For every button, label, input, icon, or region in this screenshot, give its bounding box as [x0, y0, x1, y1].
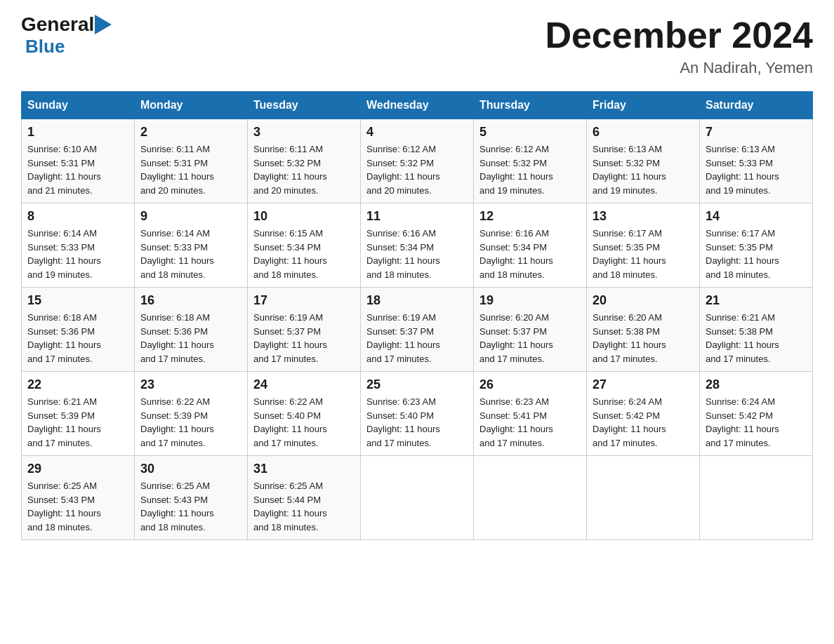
calendar-cell: 7Sunrise: 6:13 AMSunset: 5:33 PMDaylight…: [700, 119, 813, 203]
calendar-week-row: 22Sunrise: 6:21 AMSunset: 5:39 PMDayligh…: [22, 372, 813, 456]
calendar-cell: 3Sunrise: 6:11 AMSunset: 5:32 PMDaylight…: [248, 119, 361, 203]
day-info: Sunrise: 6:20 AMSunset: 5:37 PMDaylight:…: [479, 312, 553, 364]
calendar-body: 1Sunrise: 6:10 AMSunset: 5:31 PMDaylight…: [22, 119, 813, 540]
day-info: Sunrise: 6:19 AMSunset: 5:37 PMDaylight:…: [366, 312, 440, 364]
day-info: Sunrise: 6:25 AMSunset: 5:43 PMDaylight:…: [140, 481, 214, 532]
day-number: 27: [593, 377, 694, 392]
calendar-cell: 6Sunrise: 6:13 AMSunset: 5:32 PMDaylight…: [587, 119, 700, 203]
calendar-cell: 23Sunrise: 6:22 AMSunset: 5:39 PMDayligh…: [135, 372, 248, 456]
calendar-cell: 12Sunrise: 6:16 AMSunset: 5:34 PMDayligh…: [474, 203, 587, 288]
day-info: Sunrise: 6:24 AMSunset: 5:42 PMDaylight:…: [706, 396, 779, 448]
day-info: Sunrise: 6:11 AMSunset: 5:31 PMDaylight:…: [140, 144, 214, 196]
day-number: 18: [366, 293, 468, 308]
day-info: Sunrise: 6:23 AMSunset: 5:41 PMDaylight:…: [479, 396, 553, 448]
logo-general-text: General: [21, 14, 94, 36]
calendar-cell: 14Sunrise: 6:17 AMSunset: 5:35 PMDayligh…: [700, 203, 813, 288]
day-number: 13: [593, 209, 694, 224]
day-number: 4: [366, 125, 468, 140]
calendar-table: Sunday Monday Tuesday Wednesday Thursday…: [21, 91, 813, 540]
calendar-cell: 13Sunrise: 6:17 AMSunset: 5:35 PMDayligh…: [587, 203, 700, 288]
day-number: 11: [366, 209, 468, 224]
header-thursday: Thursday: [474, 92, 587, 119]
day-number: 1: [27, 125, 128, 140]
calendar-cell: 25Sunrise: 6:23 AMSunset: 5:40 PMDayligh…: [361, 372, 474, 456]
calendar-cell: 15Sunrise: 6:18 AMSunset: 5:36 PMDayligh…: [22, 288, 135, 372]
header-friday: Friday: [587, 92, 700, 119]
calendar-cell: 2Sunrise: 6:11 AMSunset: 5:31 PMDaylight…: [135, 119, 248, 203]
day-info: Sunrise: 6:18 AMSunset: 5:36 PMDaylight:…: [27, 312, 101, 364]
calendar-week-row: 15Sunrise: 6:18 AMSunset: 5:36 PMDayligh…: [22, 288, 813, 372]
day-info: Sunrise: 6:17 AMSunset: 5:35 PMDaylight:…: [706, 228, 779, 280]
day-number: 25: [366, 377, 468, 392]
calendar-cell: 21Sunrise: 6:21 AMSunset: 5:38 PMDayligh…: [700, 288, 813, 372]
day-info: Sunrise: 6:10 AMSunset: 5:31 PMDaylight:…: [27, 144, 101, 196]
day-info: Sunrise: 6:25 AMSunset: 5:44 PMDaylight:…: [253, 481, 327, 532]
calendar-cell: 26Sunrise: 6:23 AMSunset: 5:41 PMDayligh…: [474, 372, 587, 456]
calendar-cell: 30Sunrise: 6:25 AMSunset: 5:43 PMDayligh…: [135, 456, 248, 540]
location-text: An Nadirah, Yemen: [545, 59, 813, 77]
day-number: 22: [27, 377, 128, 392]
logo-arrow-icon: [95, 15, 112, 34]
day-number: 26: [479, 377, 581, 392]
day-info: Sunrise: 6:21 AMSunset: 5:38 PMDaylight:…: [706, 312, 779, 364]
calendar-cell: 28Sunrise: 6:24 AMSunset: 5:42 PMDayligh…: [700, 372, 813, 456]
day-number: 28: [706, 377, 807, 392]
calendar-cell: 20Sunrise: 6:20 AMSunset: 5:38 PMDayligh…: [587, 288, 700, 372]
header-tuesday: Tuesday: [248, 92, 361, 119]
day-number: 6: [593, 125, 694, 140]
day-number: 14: [706, 209, 807, 224]
day-number: 21: [706, 293, 807, 308]
calendar-week-row: 8Sunrise: 6:14 AMSunset: 5:33 PMDaylight…: [22, 203, 813, 288]
header-wednesday: Wednesday: [361, 92, 474, 119]
calendar-header: Sunday Monday Tuesday Wednesday Thursday…: [22, 92, 813, 119]
header-row: Sunday Monday Tuesday Wednesday Thursday…: [22, 92, 813, 119]
day-info: Sunrise: 6:16 AMSunset: 5:34 PMDaylight:…: [479, 228, 553, 280]
calendar-cell: 17Sunrise: 6:19 AMSunset: 5:37 PMDayligh…: [248, 288, 361, 372]
calendar-cell: 11Sunrise: 6:16 AMSunset: 5:34 PMDayligh…: [361, 203, 474, 288]
day-number: 23: [140, 377, 241, 392]
header-monday: Monday: [135, 92, 248, 119]
day-number: 29: [27, 462, 128, 476]
day-info: Sunrise: 6:16 AMSunset: 5:34 PMDaylight:…: [366, 228, 440, 280]
logo-blue-text: Blue: [25, 36, 65, 57]
day-number: 7: [706, 125, 807, 140]
calendar-cell: 27Sunrise: 6:24 AMSunset: 5:42 PMDayligh…: [587, 372, 700, 456]
header-saturday: Saturday: [700, 92, 813, 119]
day-number: 19: [479, 293, 581, 308]
calendar-cell: 22Sunrise: 6:21 AMSunset: 5:39 PMDayligh…: [22, 372, 135, 456]
page-header: General Blue December 2024 An Nadirah, Y…: [21, 14, 813, 77]
calendar-cell: 5Sunrise: 6:12 AMSunset: 5:32 PMDaylight…: [474, 119, 587, 203]
day-info: Sunrise: 6:24 AMSunset: 5:42 PMDaylight:…: [593, 396, 666, 448]
calendar-cell: 16Sunrise: 6:18 AMSunset: 5:36 PMDayligh…: [135, 288, 248, 372]
day-info: Sunrise: 6:18 AMSunset: 5:36 PMDaylight:…: [140, 312, 214, 364]
calendar-cell: [474, 456, 587, 540]
title-block: December 2024 An Nadirah, Yemen: [545, 14, 813, 77]
logo: General Blue: [21, 14, 112, 58]
day-number: 5: [479, 125, 581, 140]
day-info: Sunrise: 6:22 AMSunset: 5:40 PMDaylight:…: [253, 396, 327, 448]
day-number: 12: [479, 209, 581, 224]
day-info: Sunrise: 6:14 AMSunset: 5:33 PMDaylight:…: [140, 228, 214, 280]
day-info: Sunrise: 6:21 AMSunset: 5:39 PMDaylight:…: [27, 396, 101, 448]
calendar-cell: 8Sunrise: 6:14 AMSunset: 5:33 PMDaylight…: [22, 203, 135, 288]
day-info: Sunrise: 6:15 AMSunset: 5:34 PMDaylight:…: [253, 228, 327, 280]
day-number: 20: [593, 293, 694, 308]
day-number: 31: [253, 462, 355, 476]
header-sunday: Sunday: [22, 92, 135, 119]
day-info: Sunrise: 6:19 AMSunset: 5:37 PMDaylight:…: [253, 312, 327, 364]
month-title: December 2024: [545, 14, 813, 56]
day-number: 8: [27, 209, 128, 224]
day-number: 24: [253, 377, 355, 392]
day-number: 9: [140, 209, 241, 224]
calendar-cell: [587, 456, 700, 540]
day-number: 30: [140, 462, 241, 476]
day-info: Sunrise: 6:13 AMSunset: 5:33 PMDaylight:…: [706, 144, 779, 196]
day-info: Sunrise: 6:12 AMSunset: 5:32 PMDaylight:…: [366, 144, 440, 196]
day-info: Sunrise: 6:17 AMSunset: 5:35 PMDaylight:…: [593, 228, 666, 280]
day-info: Sunrise: 6:13 AMSunset: 5:32 PMDaylight:…: [593, 144, 666, 196]
day-info: Sunrise: 6:20 AMSunset: 5:38 PMDaylight:…: [593, 312, 666, 364]
day-number: 17: [253, 293, 355, 308]
day-number: 16: [140, 293, 241, 308]
day-info: Sunrise: 6:23 AMSunset: 5:40 PMDaylight:…: [366, 396, 440, 448]
calendar-week-row: 1Sunrise: 6:10 AMSunset: 5:31 PMDaylight…: [22, 119, 813, 203]
